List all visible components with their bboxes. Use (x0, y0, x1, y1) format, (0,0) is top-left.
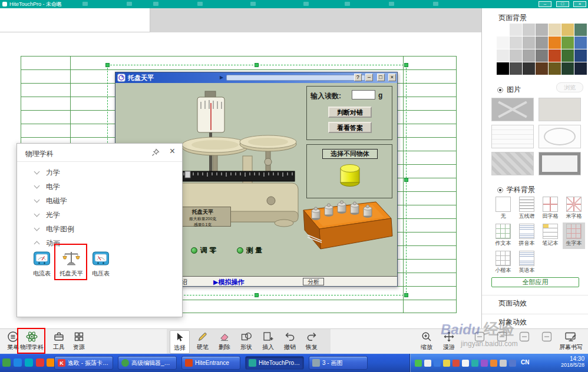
tree-item-circuit-legend[interactable]: 电学图例 (35, 222, 74, 235)
image-thumbnail[interactable] (491, 125, 534, 148)
image-background-option[interactable]: 图片 (497, 85, 521, 95)
tray-icon[interactable] (471, 360, 478, 367)
color-swatch[interactable] (574, 62, 587, 75)
quick-launch-icon[interactable] (14, 358, 22, 367)
titlebar-tool-icon[interactable] (303, 2, 309, 6)
applet-play-icon[interactable]: ▶ (220, 75, 223, 80)
toolbar-undo-button[interactable]: 撤销 (279, 330, 300, 354)
page-animation-section[interactable]: 页面动效 (498, 298, 527, 308)
color-swatch[interactable] (510, 49, 522, 62)
selection-handle[interactable] (105, 63, 110, 67)
toolbar-shape-button[interactable]: 形状 (236, 330, 257, 354)
color-swatch[interactable] (497, 49, 509, 62)
color-swatch[interactable] (536, 36, 548, 49)
image-thumbnail[interactable] (491, 152, 534, 175)
close-button[interactable]: × (573, 1, 586, 7)
titlebar-tool-icon[interactable] (127, 2, 132, 6)
color-swatch[interactable] (497, 24, 509, 36)
selection-handle[interactable] (255, 293, 259, 297)
toolbar-redo-button[interactable]: 恢复 (301, 330, 322, 354)
quick-launch-icon[interactable] (25, 358, 33, 367)
toolbar-tools-button[interactable]: 工具 (48, 330, 70, 354)
applet-help-button[interactable]: ? (354, 74, 362, 81)
color-swatch[interactable] (510, 62, 522, 75)
object-animation-section[interactable]: 对象动效 (498, 317, 527, 327)
anim-item-voltmeter[interactable]: 电压表 (88, 248, 114, 278)
pin-icon[interactable] (151, 148, 160, 157)
selection-handle[interactable] (404, 178, 408, 182)
applet-titlebar[interactable]: 托盘天平 ▶ ? – □ × (115, 72, 397, 83)
subject-item-none[interactable]: 无 (492, 195, 514, 222)
color-swatch[interactable] (549, 24, 561, 36)
color-swatch[interactable] (561, 49, 574, 62)
weight-box[interactable] (298, 200, 394, 258)
language-indicator[interactable]: CN (521, 359, 529, 366)
color-swatch[interactable] (523, 24, 535, 36)
tree-item-optics[interactable]: 光学 (35, 208, 60, 221)
applet-minimize-button[interactable]: – (365, 74, 373, 81)
toolbar-roam-button[interactable]: 漫游 (438, 330, 460, 354)
tray-icon[interactable] (490, 360, 497, 367)
color-swatch[interactable] (549, 62, 561, 75)
color-swatch[interactable] (574, 24, 587, 36)
subject-item-shengzi[interactable]: 生字本 (563, 222, 585, 249)
quick-launch-icon[interactable] (47, 358, 55, 367)
titlebar-tool-icon[interactable] (433, 2, 438, 6)
color-swatch[interactable] (523, 49, 535, 62)
judge-button[interactable]: 判断对错 (328, 107, 372, 118)
tray-icon[interactable] (509, 360, 516, 367)
subject-item-tianzige[interactable]: 田字格 (539, 195, 561, 222)
color-swatch[interactable] (497, 36, 509, 49)
maximize-button[interactable]: □ (556, 1, 569, 7)
image-thumbnail-none[interactable] (491, 98, 534, 121)
selection-handle[interactable] (404, 293, 408, 297)
tray-icon[interactable] (481, 360, 488, 367)
selection-handle[interactable] (255, 63, 259, 67)
tray-icon[interactable] (500, 360, 507, 367)
applet-seek-bar[interactable] (226, 75, 365, 81)
reading-input[interactable] (352, 90, 375, 99)
tray-icon[interactable] (434, 360, 441, 367)
color-swatch[interactable] (561, 62, 574, 75)
color-swatch[interactable] (523, 62, 535, 75)
titlebar-tool-icon[interactable] (250, 2, 256, 6)
color-swatch[interactable] (549, 36, 561, 49)
applet-close-button[interactable]: × (388, 74, 396, 81)
toolbar-insert-button[interactable]: 插入 (257, 330, 279, 354)
taskbar-task-music-player[interactable]: K逸欧 - 振荡卡农... (54, 356, 113, 370)
tree-item-electricity[interactable]: 电学 (35, 180, 60, 193)
subject-item-staff[interactable]: 五线谱 (516, 195, 538, 222)
tray-icon[interactable] (424, 360, 431, 367)
subject-item-pinyin[interactable]: 拼音本 (516, 222, 538, 249)
taskbar-task-hiteentrance[interactable]: HiteEntrance (181, 356, 240, 370)
image-thumbnail[interactable] (539, 152, 581, 175)
tray-icon[interactable] (462, 360, 469, 367)
toolbar-screen-write-button[interactable]: 屏幕书写 (555, 330, 587, 354)
color-swatch[interactable] (574, 49, 587, 62)
answer-button[interactable]: 看看答案 (328, 122, 372, 133)
subject-item-notebook[interactable]: 笔记本 (539, 222, 561, 249)
subject-item-xiaokai[interactable]: 小楷本 (492, 250, 514, 276)
toolbar-zoom-button[interactable]: 缩放 (416, 330, 437, 354)
taskbar-task-hitetouchpro[interactable]: HiteTouchPro - ... (245, 356, 304, 370)
toolbar-obscured-button[interactable] (491, 330, 513, 354)
taskbar-task-paint[interactable]: 3 - 画图 (309, 356, 368, 370)
color-swatch[interactable] (510, 36, 522, 49)
anim-item-ammeter[interactable]: 电流表 (29, 248, 55, 278)
color-swatch[interactable] (536, 24, 548, 36)
color-swatch[interactable] (561, 24, 574, 36)
titlebar-tool-icon[interactable] (197, 2, 203, 6)
toolbar-erase-button[interactable]: 删除 (214, 330, 235, 354)
measure-radio[interactable]: 测 量 (237, 245, 262, 255)
subject-item-zuowen[interactable]: 作文本 (492, 222, 514, 249)
applet-maximize-button[interactable]: □ (377, 74, 385, 81)
image-thumbnail[interactable] (539, 98, 581, 121)
taskbar-task-browser[interactable]: 高级编辑器_百度... (118, 356, 177, 370)
image-thumbnail[interactable] (539, 125, 581, 148)
toolbar-obscured-button[interactable] (536, 330, 557, 354)
tree-item-electromagnetism[interactable]: 电磁学 (35, 194, 67, 207)
titlebar-tool-icon[interactable] (389, 2, 394, 6)
toolbar-obscured-button[interactable] (514, 330, 535, 354)
zero-radio[interactable]: 调 零 (191, 245, 216, 255)
subject-item-mizige[interactable]: 米字格 (563, 195, 585, 222)
